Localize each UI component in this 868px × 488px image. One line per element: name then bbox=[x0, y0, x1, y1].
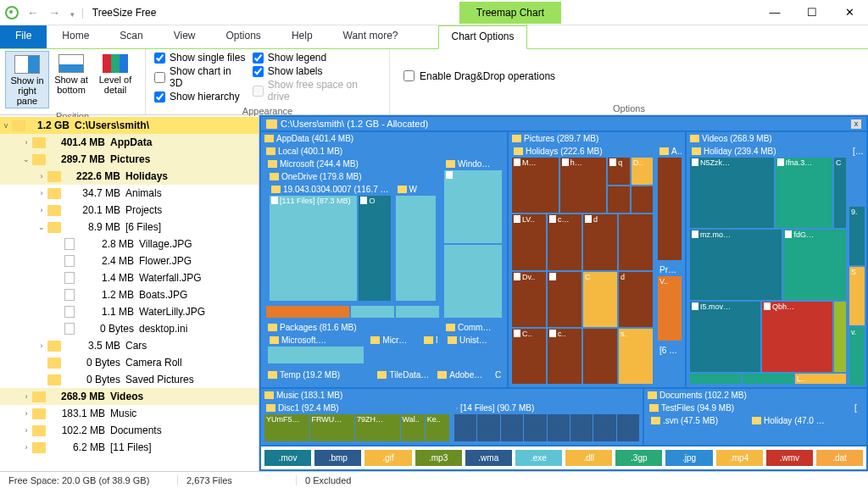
folder-icon bbox=[47, 222, 61, 233]
menu-wantmore[interactable]: Want more? bbox=[328, 25, 414, 48]
tree-row[interactable]: ›222.6 MBHolidays bbox=[0, 168, 259, 185]
minimize-button[interactable]: — bbox=[756, 0, 793, 25]
ribbon: Show in right pane Show at bottom Level … bbox=[0, 49, 868, 115]
folder-icon bbox=[32, 391, 46, 402]
status-excluded: 0 Excluded bbox=[297, 475, 359, 485]
file-icon bbox=[64, 238, 75, 250]
tree-row[interactable]: ›183.1 MBMusic bbox=[0, 405, 259, 422]
title-bar: ← → ▾ | TreeSize Free Treemap Chart — ☐ … bbox=[0, 0, 868, 25]
legend-item[interactable]: .mp4 bbox=[716, 450, 763, 466]
folder-icon bbox=[47, 171, 61, 182]
chk-3d[interactable]: Show chart in 3D bbox=[151, 64, 249, 90]
close-icon[interactable]: x bbox=[851, 119, 861, 129]
app-logo-icon bbox=[5, 6, 19, 19]
chk-dragdrop[interactable]: Enable Drag&Drop operations bbox=[395, 51, 564, 101]
tab-chart-options[interactable]: Chart Options bbox=[438, 25, 526, 49]
file-icon bbox=[64, 306, 75, 318]
maximize-button[interactable]: ☐ bbox=[793, 0, 831, 25]
legend-item[interactable]: .wmv bbox=[766, 450, 813, 466]
legend-item[interactable]: .gif bbox=[364, 450, 411, 466]
folder-icon bbox=[266, 119, 277, 129]
back-button[interactable]: ← bbox=[24, 6, 42, 19]
dropdown-icon[interactable]: ▾ bbox=[67, 10, 78, 19]
tm-documents[interactable]: Documents (102.2 MB) TestFiles (94.9 MB)… bbox=[644, 389, 866, 445]
tree-row[interactable]: 0 Bytesdesktop.ini bbox=[0, 320, 259, 337]
chk-single-files[interactable]: Show single files bbox=[151, 51, 249, 64]
tm-music[interactable]: Music (183.1 MB) Disc1 (92.4 MB) YUmF5… … bbox=[261, 389, 643, 445]
tree-row[interactable]: 1.2 MBBoats.JPG bbox=[0, 286, 259, 303]
file-menu[interactable]: File bbox=[0, 25, 47, 48]
legend-item[interactable]: .exe bbox=[515, 450, 562, 466]
legend-item[interactable]: .dll bbox=[565, 450, 612, 466]
folder-icon bbox=[47, 374, 61, 385]
tree-row[interactable]: ›102.2 MBDocuments bbox=[0, 422, 259, 439]
tm-appdata[interactable]: AppData (401.4 MB) Local (400.1 MB) Micr… bbox=[261, 132, 507, 387]
treemap-header: C:\Users\smith\ (1.2 GB - Allocated) x bbox=[261, 117, 866, 130]
level-detail-button[interactable]: Level of detail bbox=[93, 51, 137, 108]
menu-view[interactable]: View bbox=[159, 25, 211, 48]
folder-icon bbox=[32, 137, 46, 148]
chk-freespace: Show free space on drive bbox=[249, 78, 384, 103]
tree-row[interactable]: 2.4 MBFlower.JPG bbox=[0, 252, 259, 269]
legend-item[interactable]: .jpg bbox=[665, 450, 712, 466]
chk-legend[interactable]: Show legend bbox=[249, 51, 384, 64]
nav-arrows: ← → ▾ bbox=[24, 6, 78, 19]
tree-row[interactable]: 2.8 MBVillage.JPG bbox=[0, 236, 259, 252]
show-right-pane-button[interactable]: Show in right pane bbox=[5, 51, 49, 108]
tree-row[interactable]: 1.1 MBWaterLilly.JPG bbox=[0, 303, 259, 320]
file-icon bbox=[64, 255, 75, 267]
file-icon bbox=[64, 272, 75, 284]
status-free: Free Space: 20.0 GB (of 38.9 GB) bbox=[0, 475, 178, 485]
close-button[interactable]: ✕ bbox=[831, 0, 868, 25]
folder-icon bbox=[32, 408, 46, 419]
tree-row[interactable]: ⌄8.9 MB[6 Files] bbox=[0, 219, 259, 236]
tree-row[interactable]: ›20.1 MBProjects bbox=[0, 202, 259, 219]
chk-hierarchy[interactable]: Show hierarchy bbox=[151, 90, 249, 103]
directory-tree[interactable]: v 1.2 GB C:\Users\smith\ ›401.4 MBAppDat… bbox=[0, 115, 259, 471]
menu-home[interactable]: Home bbox=[47, 25, 104, 48]
menu-scan[interactable]: Scan bbox=[104, 25, 158, 48]
legend-item[interactable]: .3gp bbox=[615, 450, 662, 466]
tree-row[interactable]: 0 BytesCamera Roll bbox=[0, 354, 259, 371]
folder-icon bbox=[47, 358, 61, 369]
legend-item[interactable]: .mp3 bbox=[415, 450, 462, 466]
folder-icon bbox=[32, 442, 46, 453]
show-bottom-button[interactable]: Show at bottom bbox=[49, 51, 93, 108]
tree-row[interactable]: ⌄289.7 MBPictures bbox=[0, 151, 259, 168]
tree-row[interactable]: ›3.5 MBCars bbox=[0, 337, 259, 354]
tree-row[interactable]: ›34.7 MBAnimals bbox=[0, 185, 259, 202]
tree-root[interactable]: v 1.2 GB C:\Users\smith\ bbox=[0, 117, 259, 134]
pane-bottom-icon bbox=[58, 54, 84, 73]
pane-right-icon bbox=[14, 55, 40, 74]
menu-options[interactable]: Options bbox=[211, 25, 276, 48]
folder-icon bbox=[47, 341, 61, 352]
folder-icon bbox=[47, 205, 61, 216]
chk-labels[interactable]: Show labels bbox=[249, 64, 384, 78]
legend-item[interactable]: .wma bbox=[465, 450, 512, 466]
file-icon bbox=[360, 197, 367, 204]
context-tab-header: Treemap Chart bbox=[459, 2, 561, 24]
menu-bar: File Home Scan View Options Help Want mo… bbox=[0, 25, 868, 49]
status-bar: Free Space: 20.0 GB (of 38.9 GB) 2,673 F… bbox=[0, 471, 868, 488]
tm-videos[interactable]: Videos (268.9 MB) Holiday (239.4 MB) N5Z… bbox=[687, 132, 866, 387]
tree-row[interactable]: 0 BytesSaved Pictures bbox=[0, 371, 259, 388]
legend-item[interactable]: .dat bbox=[816, 450, 863, 466]
file-icon bbox=[64, 289, 75, 301]
tree-row[interactable]: ›401.4 MBAppData bbox=[0, 134, 259, 151]
group-label: Options bbox=[390, 103, 868, 114]
app-title: TreeSize Free bbox=[92, 7, 157, 19]
forward-button[interactable]: → bbox=[45, 6, 64, 19]
tm-pictures[interactable]: Pictures (289.7 MB) Holidays (222.6 MB) … bbox=[509, 132, 685, 387]
folder-icon bbox=[47, 188, 61, 199]
level-icon bbox=[103, 54, 128, 73]
legend-item[interactable]: .mov bbox=[264, 450, 311, 466]
folder-icon bbox=[32, 154, 46, 165]
tree-row[interactable]: 1.4 MBWaterfall.JPG bbox=[0, 269, 259, 286]
status-files: 2,673 Files bbox=[178, 475, 297, 485]
tree-row[interactable]: ›268.9 MBVideos bbox=[0, 388, 259, 405]
treemap-panel: C:\Users\smith\ (1.2 GB - Allocated) x A… bbox=[259, 115, 868, 471]
folder-icon bbox=[12, 120, 25, 131]
menu-help[interactable]: Help bbox=[276, 25, 328, 48]
legend-item[interactable]: .bmp bbox=[314, 450, 361, 466]
tree-row[interactable]: ›6.2 MB[11 Files] bbox=[0, 439, 259, 456]
